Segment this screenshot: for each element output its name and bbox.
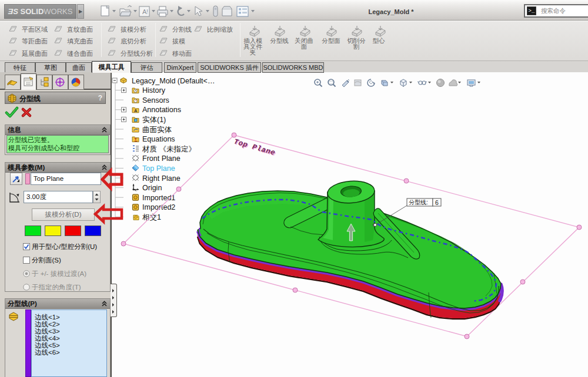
svg-text:分型线:: 分型线: (409, 199, 428, 206)
svg-text:相交1: 相交1 (142, 213, 161, 221)
svg-text:Σ: Σ (135, 137, 138, 143)
svg-text:Front Plane: Front Plane (142, 154, 181, 163)
svg-text:6: 6 (435, 199, 439, 206)
svg-text:实体(1): 实体(1) (142, 116, 166, 124)
svg-text:Equations: Equations (142, 135, 175, 143)
svg-text:材质 《未指定》: 材质 《未指定》 (142, 145, 196, 153)
svg-text:Sensors: Sensors (142, 96, 169, 105)
svg-text:Top Plane: Top Plane (142, 164, 175, 173)
svg-text:曲面实体: 曲面实体 (142, 126, 172, 134)
svg-text:History: History (142, 86, 166, 95)
svg-text:!: ! (146, 9, 148, 15)
svg-text:Right Plane: Right Plane (142, 174, 181, 183)
svg-text:Imported2: Imported2 (142, 203, 175, 211)
svg-text:Annotations: Annotations (142, 106, 181, 114)
svg-text:Origin: Origin (142, 184, 162, 192)
svg-text:Legacy_Mold (Default<…: Legacy_Mold (Default<… (132, 77, 215, 85)
svg-text:A: A (134, 108, 138, 113)
